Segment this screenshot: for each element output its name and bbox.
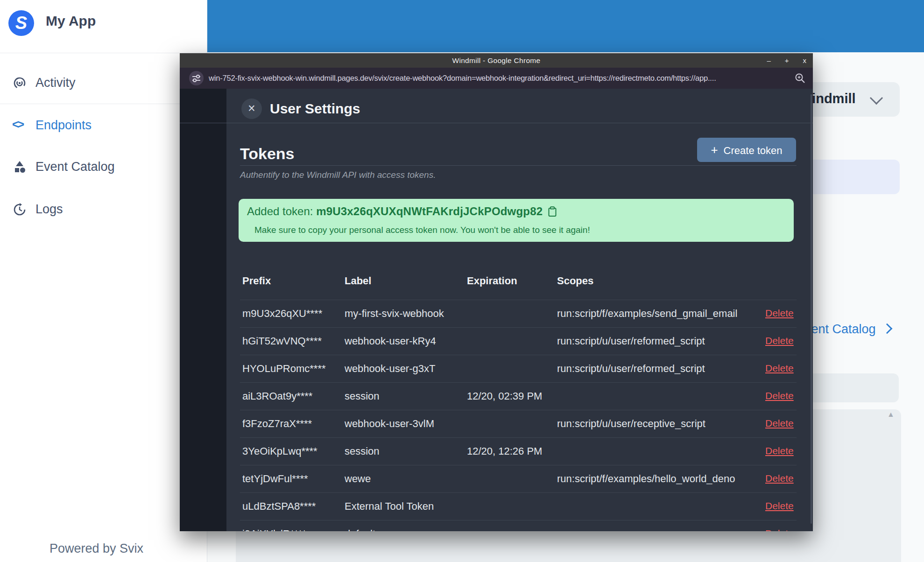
history-icon xyxy=(13,203,26,216)
delete-link[interactable]: Delete xyxy=(765,418,794,429)
minimize-button[interactable]: – xyxy=(767,53,770,68)
token-label: my-first-svix-webhook xyxy=(345,308,444,320)
added-token-prefix: Added token: xyxy=(247,205,316,218)
plus-icon: + xyxy=(711,143,718,157)
tokens-subtitle: Authentify to the Windmill API with acce… xyxy=(240,170,436,180)
token-scopes: run:script/u/user/receptive_script xyxy=(557,418,705,430)
token-prefix: aiL3ROat9y**** xyxy=(242,390,312,402)
token-label: webhook-user-3vlM xyxy=(345,418,434,430)
site-settings-icon[interactable] xyxy=(189,71,204,85)
delete-link[interactable]: Delete xyxy=(765,335,794,346)
added-token-banner: Added token: m9U3x26qXUXqNWtFAKrdjJCkPOd… xyxy=(239,199,794,242)
zoom-icon[interactable] xyxy=(795,73,805,84)
token-label: External Tool Token xyxy=(345,500,434,513)
added-token-line: Added token: m9U3x26qXUXqNWtFAKrdjJCkPOd… xyxy=(247,205,557,218)
shapes-icon xyxy=(13,161,26,174)
divider xyxy=(240,165,797,166)
delete-link[interactable]: Delete xyxy=(765,308,794,319)
address-text[interactable]: win-752-fix-svix-webhook-win.windmill.pa… xyxy=(209,68,788,89)
sidebar: S My App Activity <> Endpoints Event Cat… xyxy=(0,0,207,562)
sidebar-item-label: Endpoints xyxy=(35,118,92,133)
col-label: Label xyxy=(345,275,371,287)
token-prefix: HYOLuPRomc**** xyxy=(242,363,326,375)
token-prefix: tetYjDwFul**** xyxy=(242,473,308,485)
sidebar-item-activity[interactable]: Activity xyxy=(0,72,207,94)
app-title: My App xyxy=(46,13,96,29)
maximize-button[interactable]: + xyxy=(785,53,789,68)
token-scopes: run:script/f/examples/send_gmail_email xyxy=(557,308,737,320)
sidebar-item-logs[interactable]: Logs xyxy=(0,199,207,220)
chevron-down-icon xyxy=(870,91,883,105)
delete-link[interactable]: Delete xyxy=(765,500,794,512)
copy-warning: Make sure to copy your personal access t… xyxy=(254,225,590,235)
table-row: uLdBztSPA8**** External Tool Token Delet… xyxy=(240,492,797,520)
table-row: aiL3ROat9y**** session 12/20, 02:39 PM D… xyxy=(240,382,797,410)
tokens-heading: Tokens xyxy=(240,145,295,163)
sidebar-item-label: Activity xyxy=(35,76,76,90)
token-prefix: f3FzoZ7raX**** xyxy=(242,418,312,430)
svix-logo-icon: S xyxy=(8,10,34,36)
create-token-button[interactable]: +Create token xyxy=(697,138,796,162)
token-label: wewe xyxy=(345,473,371,485)
token-label: webhook-user-g3xT xyxy=(345,363,435,375)
create-token-label: Create token xyxy=(724,145,783,156)
table-row: hGiT52wVNQ**** webhook-user-kRy4 run:scr… xyxy=(240,327,797,355)
divider xyxy=(180,123,813,123)
screen: ? S My App Activity <> Endpoints xyxy=(0,0,924,562)
close-button[interactable]: x xyxy=(803,53,807,68)
token-expiration: 12/20, 12:26 PM xyxy=(467,445,542,457)
table-row: tetYjDwFul**** wewe run:script/f/example… xyxy=(240,465,797,493)
close-modal-button[interactable]: × xyxy=(241,98,262,119)
scrollbar[interactable] xyxy=(811,94,812,524)
token-prefix: i9AiXYlvlR**** xyxy=(242,528,306,531)
tune-glyph xyxy=(189,71,204,85)
sidebar-item-label: Logs xyxy=(35,202,63,217)
table-row: HYOLuPRomc**** webhook-user-g3xT run:scr… xyxy=(240,355,797,383)
window-title: Windmill - Google Chrome xyxy=(180,53,813,68)
token-prefix: hGiT52wVNQ**** xyxy=(242,335,322,347)
token-prefix: 3YeOiKpLwq**** xyxy=(242,445,317,457)
col-prefix: Prefix xyxy=(242,275,271,287)
col-expiration: Expiration xyxy=(467,275,517,287)
table-row: 3YeOiKpLwq**** session 12/20, 12:26 PM D… xyxy=(240,437,797,465)
window-titlebar[interactable]: Windmill - Google Chrome – + x xyxy=(180,53,813,68)
delete-link[interactable]: Delete xyxy=(765,528,794,531)
token-scopes: run:script/u/user/reformed_script xyxy=(557,335,705,347)
page-title: User Settings xyxy=(270,98,360,119)
token-expiration: 12/20, 02:39 PM xyxy=(467,390,542,402)
token-label: default xyxy=(345,528,375,531)
sidebar-item-endpoints[interactable]: <> Endpoints xyxy=(0,115,207,136)
table-row: f3FzoZ7raX**** webhook-user-3vlM run:scr… xyxy=(240,410,797,438)
delete-link[interactable]: Delete xyxy=(765,445,794,457)
token-label: session xyxy=(345,445,380,457)
url-bar[interactable]: win-752-fix-svix-webhook-win.windmill.pa… xyxy=(180,68,813,89)
scroll-up-arrow-icon[interactable]: ▲ xyxy=(887,410,895,419)
powered-by-svix: Powered by Svix xyxy=(49,541,143,556)
delete-link[interactable]: Delete xyxy=(765,390,794,401)
token-scopes: run:script/u/user/reformed_script xyxy=(557,363,705,375)
token-value: m9U3x26qXUXqNWtFAKrdjJCkPOdwgp82 xyxy=(316,205,543,218)
app-header: ? xyxy=(207,0,924,52)
divider xyxy=(0,53,207,53)
activity-icon xyxy=(13,77,26,90)
chevron-right-icon xyxy=(882,323,892,334)
table-row: m9U3x26qXU**** my-first-svix-webhook run… xyxy=(240,300,797,328)
delete-link[interactable]: Delete xyxy=(765,363,794,374)
col-scopes: Scopes xyxy=(557,275,593,287)
sidebar-item-event-catalog[interactable]: Event Catalog xyxy=(0,156,207,178)
table-row: i9AiXYlvlR**** default Delete xyxy=(240,520,797,531)
token-prefix: uLdBztSPA8**** xyxy=(242,500,316,513)
code-brackets-icon: <> xyxy=(12,118,23,131)
token-label: session xyxy=(345,390,380,402)
token-scopes: run:script/f/examples/hello_world_deno xyxy=(557,473,735,485)
chrome-window: Windmill - Google Chrome – + x win-752-f… xyxy=(180,53,813,531)
user-settings-page: × User Settings Tokens +Create token Aut… xyxy=(180,89,813,531)
copy-icon[interactable] xyxy=(548,206,557,217)
sidebar-item-label: Event Catalog xyxy=(35,160,115,174)
page-left-strip xyxy=(180,89,226,531)
delete-link[interactable]: Delete xyxy=(765,473,794,484)
token-label: webhook-user-kRy4 xyxy=(345,335,436,347)
divider xyxy=(0,104,207,104)
token-prefix: m9U3x26qXU**** xyxy=(242,308,322,320)
